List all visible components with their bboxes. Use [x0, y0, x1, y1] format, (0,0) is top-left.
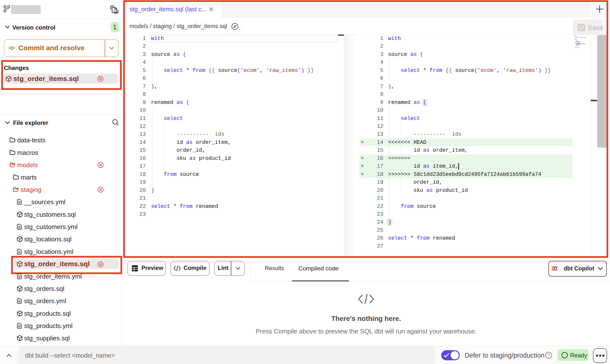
svg-text:?: ? — [547, 353, 550, 358]
